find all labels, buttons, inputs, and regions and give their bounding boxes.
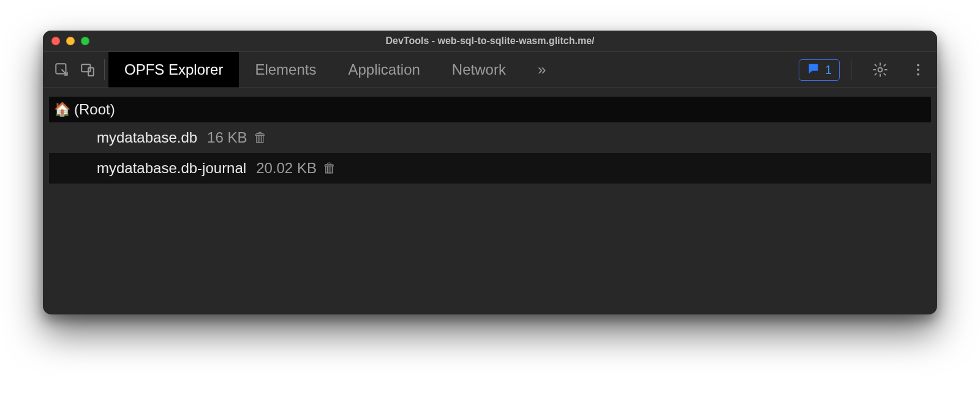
issues-count: 1 [825, 63, 832, 77]
tab-elements[interactable]: Elements [239, 52, 332, 87]
file-row[interactable]: mydatabase.db-journal 20.02 KB 🗑 [49, 153, 931, 184]
device-toggle-icon[interactable] [75, 57, 100, 83]
toolbar-divider [851, 59, 851, 80]
devtools-window: DevTools - web-sql-to-sqlite-wasm.glitch… [43, 31, 937, 314]
inspect-element-icon[interactable] [49, 57, 75, 83]
toolbar-divider [104, 59, 105, 80]
titlebar: DevTools - web-sql-to-sqlite-wasm.glitch… [43, 31, 937, 51]
svg-point-5 [917, 69, 919, 71]
kebab-menu-icon[interactable] [905, 57, 931, 83]
file-name: mydatabase.db-journal [97, 160, 246, 177]
tab-opfs-explorer[interactable]: OPFS Explorer [108, 52, 239, 87]
window-title: DevTools - web-sql-to-sqlite-wasm.glitch… [43, 35, 937, 46]
tree-root[interactable]: 🏠 (Root) [49, 97, 931, 122]
file-size: 20.02 KB [256, 160, 317, 177]
trash-icon[interactable]: 🗑 [254, 130, 267, 146]
tab-application[interactable]: Application [332, 52, 435, 87]
opfs-explorer-panel: 🏠 (Root) mydatabase.db 16 KB 🗑 mydatabas… [43, 88, 937, 314]
tab-more[interactable]: » [522, 52, 562, 87]
svg-point-3 [878, 68, 883, 72]
trash-icon[interactable]: 🗑 [323, 160, 336, 176]
file-name: mydatabase.db [97, 129, 197, 146]
file-row[interactable]: mydatabase.db 16 KB 🗑 [49, 122, 931, 153]
root-label: (Root) [74, 101, 115, 118]
svg-point-6 [917, 73, 919, 76]
gear-icon[interactable] [867, 57, 893, 83]
panel-tabs: OPFS Explorer Elements Application Netwo… [108, 52, 562, 87]
file-size: 16 KB [207, 129, 247, 146]
issues-badge[interactable]: 1 [799, 59, 840, 81]
home-icon: 🏠 [54, 103, 70, 116]
svg-point-4 [917, 64, 919, 66]
devtools-toolbar: OPFS Explorer Elements Application Netwo… [43, 51, 937, 88]
chat-icon [807, 62, 820, 78]
tab-network[interactable]: Network [436, 52, 522, 87]
